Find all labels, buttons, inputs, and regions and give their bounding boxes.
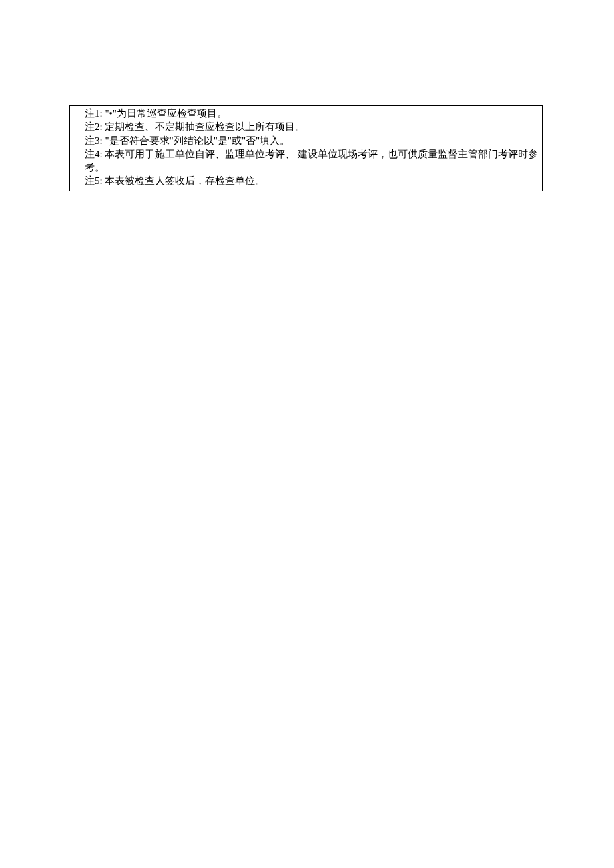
- note-line: 注4: 本表可用于施工单位自评、监理单位考评、 建设单位现场考评，也可供质量监督…: [70, 147, 542, 175]
- note-label: 注2:: [85, 121, 103, 132]
- note-text: 本表被检查人签收后，存检查单位。: [105, 175, 265, 186]
- note-text: 定期检查、不定期抽查应检查以上所有项目。: [105, 121, 305, 132]
- note-text: "•"为日常巡查应检查项目。: [105, 108, 227, 119]
- note-label: 注5:: [85, 175, 103, 186]
- note-line: 注1: "•"为日常巡查应检查项目。: [70, 107, 542, 120]
- note-label: 注4:: [85, 149, 103, 159]
- note-text: "是否符合要求"列结论以"是"或"否"填入。: [105, 135, 290, 146]
- note-line: 注2: 定期检查、不定期抽查应检查以上所有项目。: [70, 120, 542, 133]
- note-line: 注5: 本表被检查人签收后，存检查单位。: [70, 174, 542, 187]
- note-label: 注1:: [85, 108, 103, 119]
- note-line: 注3: "是否符合要求"列结论以"是"或"否"填入。: [70, 134, 542, 147]
- note-label: 注3:: [85, 135, 103, 146]
- document-page: 注1: "•"为日常巡查应检查项目。 注2: 定期检查、不定期抽查应检查以上所有…: [0, 0, 614, 868]
- notes-container: 注1: "•"为日常巡查应检查项目。 注2: 定期检查、不定期抽查应检查以上所有…: [69, 105, 543, 191]
- note-text: 本表可用于施工单位自评、监理单位考评、 建设单位现场考评，也可供质量监督主管部门…: [85, 149, 538, 173]
